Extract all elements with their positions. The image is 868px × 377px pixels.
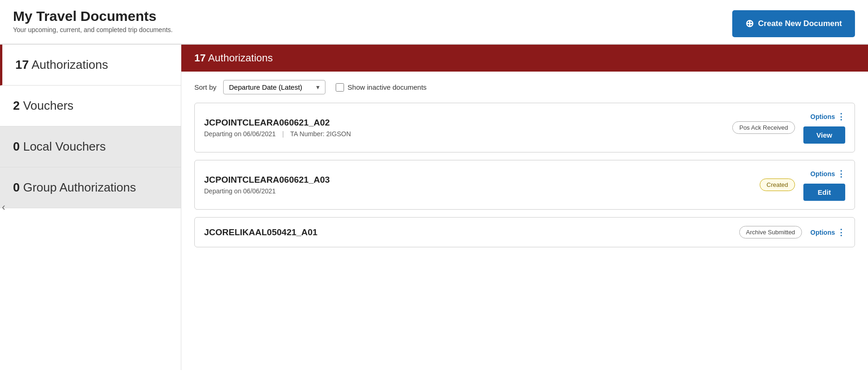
options-dots-icon: ⋮ [837,227,845,238]
doc-info: JCPOINTCLEARA060621_A02 Departing on 06/… [204,118,732,138]
doc-departing: Departing on 06/06/2021 [204,187,276,195]
sidebar: ‹ 17 Authorizations 2 Vouchers 0 Local V… [0,45,181,370]
edit-button[interactable]: Edit [803,184,845,201]
local-vouchers-label: Local Vouchers [23,139,106,153]
create-new-document-button[interactable]: ⊕ Create New Document [732,10,855,37]
group-auth-label: Group Authorizations [23,180,136,194]
doc-info: JCORELIKAAL050421_A01 [204,227,739,238]
document-card: JCPOINTCLEARA060621_A03 Departing on 06/… [194,160,855,210]
doc-ta-number: TA Number: 2IGSON [290,130,351,138]
sort-select[interactable]: Departure Date (Latest) Departure Date (… [223,80,325,94]
status-badge: Created [760,179,795,191]
doc-info: JCPOINTCLEARA060621_A03 Departing on 06/… [204,175,760,195]
doc-departing: Departing on 06/06/2021 [204,130,276,138]
document-card: JCPOINTCLEARA060621_A02 Departing on 06/… [194,103,855,152]
sidebar-item-label: 0 Group Authorizations [13,180,136,194]
document-card: JCORELIKAAL050421_A01 Archive Submitted … [194,217,855,247]
options-label: Options [810,113,835,120]
doc-right: Created Options ⋮ Edit [760,169,845,201]
options-link[interactable]: Options ⋮ [810,169,845,179]
doc-name: JCPOINTCLEARA060621_A03 [204,175,760,185]
show-inactive-checkbox[interactable] [336,83,344,92]
doc-actions: Options ⋮ Edit [803,169,845,201]
options-label: Options [810,170,835,178]
status-badge: Archive Submitted [739,226,802,238]
doc-right: Pos Ack Received Options ⋮ View [732,112,845,144]
section-header-label: Authorizations [208,52,272,64]
local-vouchers-count: 0 [13,139,20,153]
section-header: 17 Authorizations [181,45,868,72]
sidebar-item-label: 0 Local Vouchers [13,139,106,153]
page-title: My Travel Documents [13,8,172,24]
content-area: 17 Authorizations Sort by Departure Date… [181,45,868,370]
page-subtitle: Your upcoming, current, and completed tr… [13,26,172,33]
options-dots-icon: ⋮ [837,169,845,179]
authorizations-label: Authorizations [32,58,108,72]
title-block: My Travel Documents Your upcoming, curre… [13,8,172,33]
doc-meta: Departing on 06/06/2021 [204,187,760,195]
doc-name: JCORELIKAAL050421_A01 [204,227,739,238]
sort-label: Sort by [194,83,217,91]
page-header: My Travel Documents Your upcoming, curre… [0,0,868,45]
show-inactive-wrap: Show inactive documents [336,83,427,92]
sidebar-item-authorizations[interactable]: 17 Authorizations [0,45,181,86]
sidebar-item-vouchers[interactable]: 2 Vouchers [0,86,181,126]
doc-meta: Departing on 06/06/2021 | TA Number: 2IG… [204,130,732,138]
view-button[interactable]: View [803,126,845,144]
doc-name: JCPOINTCLEARA060621_A02 [204,118,732,128]
sort-select-wrap: Departure Date (Latest) Departure Date (… [223,80,325,94]
sidebar-item-local-vouchers[interactable]: 0 Local Vouchers [0,126,181,167]
doc-actions: Options ⋮ [810,227,845,238]
status-badge: Pos Ack Received [732,121,795,134]
group-auth-count: 0 [13,180,20,194]
sidebar-item-label: 2 Vouchers [13,99,73,112]
options-dots-icon: ⋮ [837,112,845,122]
vouchers-count: 2 [13,99,20,112]
vouchers-label: Vouchers [23,99,73,112]
main-layout: ‹ 17 Authorizations 2 Vouchers 0 Local V… [0,45,868,370]
create-button-label: Create New Document [758,19,842,28]
doc-right: Archive Submitted Options ⋮ [739,226,845,238]
show-inactive-label[interactable]: Show inactive documents [348,83,427,91]
sidebar-item-group-authorizations[interactable]: 0 Group Authorizations [0,167,181,208]
sidebar-prev-arrow[interactable]: ‹ [0,198,7,217]
options-link[interactable]: Options ⋮ [810,227,845,238]
sort-bar: Sort by Departure Date (Latest) Departur… [181,72,868,103]
options-link[interactable]: Options ⋮ [810,112,845,122]
options-label: Options [810,229,835,236]
doc-actions: Options ⋮ View [803,112,845,144]
sidebar-item-label: 17 Authorizations [15,58,108,72]
meta-separator: | [282,130,284,138]
plus-icon: ⊕ [745,18,754,30]
section-count: 17 [194,52,205,64]
authorizations-count: 17 [15,58,29,72]
